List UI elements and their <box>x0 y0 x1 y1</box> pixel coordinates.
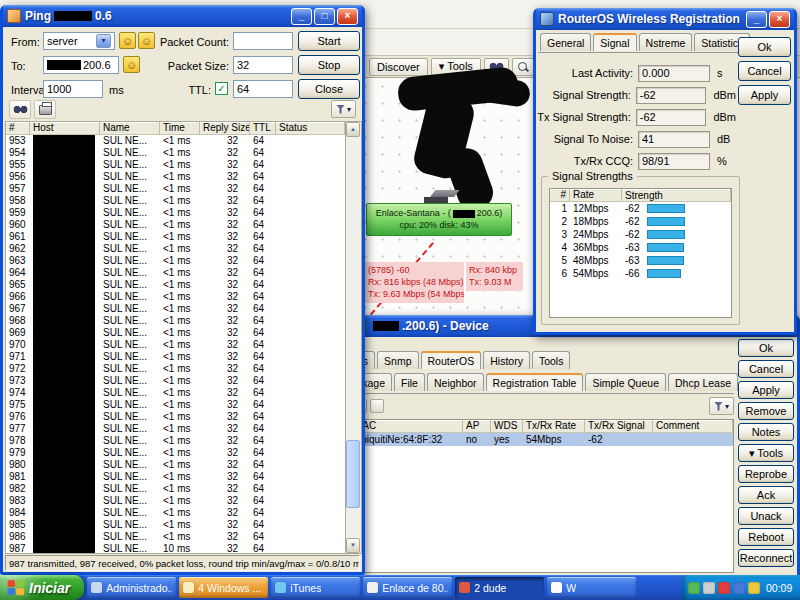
column-header[interactable]: Status <box>276 122 345 134</box>
find-button[interactable] <box>9 100 31 119</box>
ping-row[interactable]: 953SUL NE...<1 ms3264 <box>6 135 345 147</box>
packet-count-input[interactable] <box>233 32 293 50</box>
signal-rate-row[interactable]: 436Mbps-63 <box>550 241 731 254</box>
column-header[interactable]: Tx/Rx Signal <box>585 420 653 432</box>
ping-row[interactable]: 979SUL NE...<1 ms3264 <box>6 447 345 459</box>
ping-row[interactable]: 966SUL NE...<1 ms3264 <box>6 291 345 303</box>
target-picker-icon[interactable]: ☺ <box>123 56 140 73</box>
column-header[interactable]: Host <box>30 122 100 134</box>
scrollbar[interactable]: ▲ ▼ <box>346 121 362 554</box>
ping-row[interactable]: 986SUL NE...<1 ms3264 <box>6 531 345 543</box>
tray-icon[interactable] <box>688 582 700 594</box>
to-input[interactable]: 200.6 <box>43 56 119 74</box>
print-button[interactable] <box>34 100 56 119</box>
from-select[interactable]: server ▾ <box>43 32 115 50</box>
ping-row[interactable]: 982SUL NE...<1 ms3264 <box>6 483 345 495</box>
ping-row[interactable]: 968SUL NE...<1 ms3264 <box>6 315 345 327</box>
signal-rate-row[interactable]: 112Mbps-62 <box>550 202 731 215</box>
tray-icon[interactable] <box>703 582 715 594</box>
ping-titlebar[interactable]: Ping0.6 _ □ × <box>3 5 362 27</box>
close-button[interactable]: × <box>769 11 790 28</box>
reboot-button[interactable]: Reboot <box>738 528 794 546</box>
ttl-checkbox[interactable]: ✓ <box>215 82 228 95</box>
column-header[interactable]: Time <box>160 122 200 134</box>
ping-row[interactable]: 961SUL NE...<1 ms3264 <box>6 231 345 243</box>
ok-button[interactable]: Ok <box>738 37 791 57</box>
column-header[interactable]: Name <box>100 122 160 134</box>
ping-row[interactable]: 984SUL NE...<1 ms3264 <box>6 507 345 519</box>
taskbar-task[interactable]: 2 dude <box>455 577 544 598</box>
ping-row[interactable]: 964SUL NE...<1 ms3264 <box>6 267 345 279</box>
ping-row[interactable]: 965SUL NE...<1 ms3264 <box>6 279 345 291</box>
scrollbar-thumb[interactable] <box>346 440 360 508</box>
taskbar-task[interactable]: W <box>547 577 636 598</box>
ping-row[interactable]: 973SUL NE...<1 ms3264 <box>6 375 345 387</box>
ping-row[interactable]: 956SUL NE...<1 ms3264 <box>6 171 345 183</box>
ttl-input[interactable]: 64 <box>233 80 293 98</box>
apply-button[interactable]: Apply <box>738 381 794 399</box>
ping-row[interactable]: 959SUL NE...<1 ms3264 <box>6 207 345 219</box>
ping-row[interactable]: 962SUL NE...<1 ms3264 <box>6 243 345 255</box>
filter-button[interactable]: ▾ <box>709 397 734 415</box>
tray-icon[interactable] <box>718 582 730 594</box>
start-button[interactable]: Start <box>298 31 360 51</box>
ping-row[interactable]: 967SUL NE...<1 ms3264 <box>6 303 345 315</box>
column-header[interactable]: # <box>550 189 570 201</box>
signal-rate-row[interactable]: 654Mbps-66 <box>550 267 731 280</box>
column-header[interactable]: MAC <box>351 420 463 432</box>
ping-row[interactable]: 987SUL NE...10 ms3264 <box>6 543 345 554</box>
start-button[interactable]: Iniciar <box>0 575 84 600</box>
ping-row[interactable]: 974SUL NE...<1 ms3264 <box>6 387 345 399</box>
remove-button[interactable]: Remove <box>738 402 794 420</box>
signal-rate-row[interactable]: 548Mbps-63 <box>550 254 731 267</box>
ping-row[interactable]: 980SUL NE...<1 ms3264 <box>6 459 345 471</box>
tab-history[interactable]: History <box>483 351 530 369</box>
column-header[interactable]: Rate <box>570 189 622 201</box>
reconnect-button[interactable]: Reconnect <box>738 549 794 567</box>
close-ping-button[interactable]: Close <box>298 79 360 99</box>
ping-row[interactable]: 960SUL NE...<1 ms3264 <box>6 219 345 231</box>
tab-dhcp-lease[interactable]: Dhcp Lease <box>668 373 738 391</box>
tab-tools[interactable]: Tools <box>532 351 571 369</box>
filter-button[interactable]: ▾ <box>331 100 356 118</box>
scroll-up-icon[interactable]: ▲ <box>346 122 360 137</box>
tray-icon[interactable] <box>733 582 745 594</box>
ping-row[interactable]: 983SUL NE...<1 ms3264 <box>6 495 345 507</box>
maximize-button[interactable]: □ <box>314 8 335 25</box>
column-header[interactable]: # <box>6 122 30 134</box>
taskbar-task[interactable]: Enlace de 80... <box>363 577 452 598</box>
ok-button[interactable]: Ok <box>738 339 794 357</box>
ping-row[interactable]: 957SUL NE...<1 ms3264 <box>6 183 345 195</box>
column-header[interactable]: Strength <box>622 189 731 201</box>
ping-row[interactable]: 981SUL NE...<1 ms3264 <box>6 471 345 483</box>
ping-row[interactable]: 963SUL NE...<1 ms3264 <box>6 255 345 267</box>
ping-row[interactable]: 972SUL NE...<1 ms3264 <box>6 363 345 375</box>
tab-snmp[interactable]: Snmp <box>377 351 418 369</box>
toolbar-button[interactable] <box>370 399 384 413</box>
tab-signal[interactable]: Signal <box>593 33 636 51</box>
taskbar-task[interactable]: iTunes <box>271 577 360 598</box>
ping-row[interactable]: 971SUL NE...<1 ms3264 <box>6 351 345 363</box>
tray-icon[interactable] <box>748 582 760 594</box>
tab-file[interactable]: File <box>394 373 425 391</box>
tab-simple-queue[interactable]: Simple Queue <box>585 373 666 391</box>
discover-button[interactable]: Discover <box>369 58 428 76</box>
ping-row[interactable]: 958SUL NE...<1 ms3264 <box>6 195 345 207</box>
ping-row[interactable]: 969SUL NE...<1 ms3264 <box>6 327 345 339</box>
signal-rate-row[interactable]: 218Mbps-62 <box>550 215 731 228</box>
ping-row[interactable]: 985SUL NE...<1 ms3264 <box>6 519 345 531</box>
interval-input[interactable]: 1000 <box>43 80 103 98</box>
minimize-button[interactable]: _ <box>746 11 767 28</box>
tools-button[interactable]: ▾ Tools <box>738 444 794 462</box>
tab-routeros[interactable]: RouterOS <box>421 351 482 369</box>
column-header[interactable]: TTL <box>250 122 276 134</box>
ping-row[interactable]: 970SUL NE...<1 ms3264 <box>6 339 345 351</box>
tab-registration-table[interactable]: Registration Table <box>486 373 584 391</box>
ack-button[interactable]: Ack <box>738 486 794 504</box>
ping-row[interactable]: 975SUL NE...<1 ms3264 <box>6 399 345 411</box>
reprobe-button[interactable]: Reprobe <box>738 465 794 483</box>
column-header[interactable]: Comment <box>653 420 733 432</box>
map-node-enlace-santana[interactable]: Enlace-Santana - (200.6) cpu: 20% disk: … <box>366 203 512 236</box>
registration-row[interactable]: UbiquitiNe:64:8F:32 no yes 54Mbps -62 <box>351 433 733 446</box>
tab-general[interactable]: General <box>540 33 591 51</box>
